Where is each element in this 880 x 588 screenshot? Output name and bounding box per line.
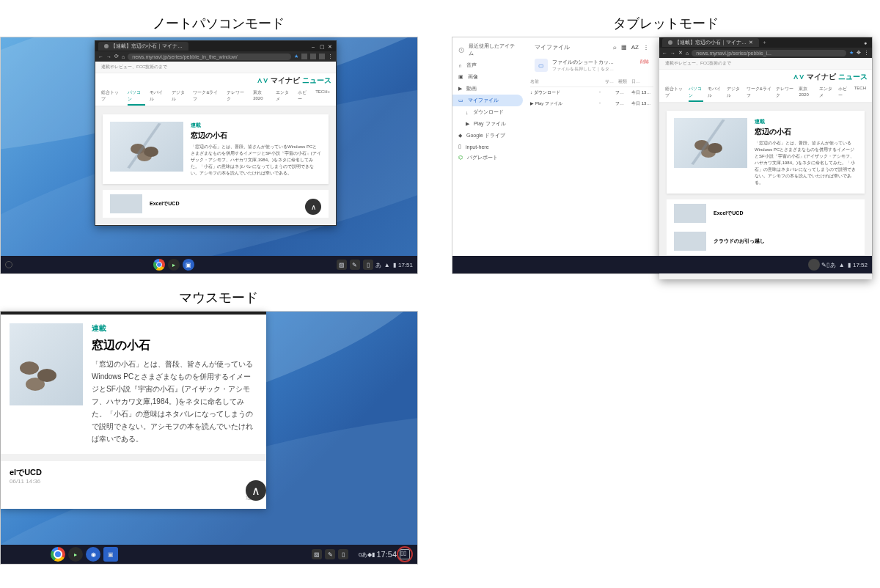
nav-item[interactable]: 東京2020 (799, 86, 815, 99)
star-icon[interactable]: ★ (849, 50, 854, 56)
browser-tab[interactable]: 【連載】窓辺の小石｜マイナ… (98, 42, 188, 51)
nav-item[interactable]: デジタル (172, 89, 189, 103)
extension-icon[interactable] (301, 54, 307, 59)
nav-item[interactable]: デジタル (727, 86, 741, 99)
nav-item[interactable]: TECH (854, 86, 866, 99)
browser-tab[interactable]: 【連載】窓辺の小石｜マイナ… ✕ (662, 38, 759, 47)
sidebar-item-bug[interactable]: ⌬バグレポート (452, 152, 523, 163)
scroll-top-button[interactable]: ∧ (305, 199, 321, 215)
nav-item[interactable]: TECH+ (315, 89, 330, 103)
nav-item[interactable]: ワーク&ライフ (193, 89, 222, 103)
site-logo[interactable]: ∧∨ マイナビ ニュース (95, 73, 336, 88)
pen-icon[interactable]: ✎ (350, 260, 360, 270)
sidebar-item-drive[interactable]: ◆Google ドライブ (452, 130, 523, 142)
pen-icon[interactable]: ✎ (325, 549, 335, 559)
site-logo[interactable]: ∧∨ マイナビ ニュース (659, 70, 872, 84)
files-icon[interactable]: ▣ (183, 259, 194, 271)
article-card[interactable]: 連載 窓辺の小石 「窓辺の小石」とは、普段、皆さんが使っているWindows P… (667, 111, 865, 194)
file-row[interactable]: ↓ ダウンロード - フ… 今日 13… (530, 87, 653, 98)
status-tray[interactable]: あ ▲ ▮ (829, 261, 851, 269)
files-header-title: マイファイル (535, 43, 609, 51)
grid-icon[interactable]: ▦ (621, 44, 627, 51)
nav-item[interactable]: モバイル (708, 86, 722, 99)
chrome-icon[interactable] (51, 547, 65, 562)
clock[interactable]: 17:52 (853, 262, 868, 268)
close-icon[interactable]: ● (864, 40, 869, 45)
extension-icon[interactable] (310, 54, 316, 59)
sidebar-item-images[interactable]: ▣画像 (452, 71, 523, 83)
menu-icon[interactable]: ⋮ (864, 50, 869, 56)
article-card[interactable]: 連載 窓辺の小石 「窓辺の小石」とは、普段、皆さんが使っているWindows P… (103, 114, 329, 184)
maximize-icon[interactable]: ▢ (320, 44, 325, 49)
forward-icon[interactable]: → (106, 54, 111, 59)
minimize-icon[interactable]: – (312, 44, 317, 49)
messages-icon[interactable]: ◉ (86, 547, 100, 562)
tablet-toggle-button[interactable]: ▯▯ (397, 546, 413, 562)
sidebar-item-videos[interactable]: ▶動画 (452, 83, 523, 95)
download-icon: ↓ (466, 110, 469, 115)
bug-icon: ⌬ (458, 155, 463, 161)
home-icon[interactable]: ⌂ (686, 51, 689, 56)
nav-item[interactable]: ホビー (298, 89, 311, 103)
sidebar-item-play[interactable]: ▶Play ファイル (452, 118, 523, 130)
puzzle-icon[interactable]: ✥ (857, 50, 861, 56)
nav-item[interactable]: テレワーク (776, 86, 795, 99)
nav-item[interactable]: 総合トップ (101, 89, 123, 103)
launcher-icon[interactable] (5, 261, 12, 268)
chrome-icon[interactable] (808, 259, 820, 271)
reload-icon[interactable]: ✕ (678, 50, 683, 56)
new-tab-icon[interactable]: ＋ (762, 39, 767, 46)
article-card-small[interactable]: ExcelでUCD (103, 190, 329, 218)
tab-strip[interactable]: 【連載】窓辺の小石｜マイナ… – ▢ ✕ (95, 41, 336, 51)
back-icon[interactable]: ← (98, 54, 103, 59)
sidebar-item-downloads[interactable]: ↓ダウンロード (452, 106, 523, 118)
star-icon[interactable]: ★ (294, 54, 298, 59)
nav-item[interactable]: エンタメ (276, 89, 293, 103)
forward-icon[interactable]: → (670, 51, 675, 56)
home-icon[interactable]: ⌂ (122, 54, 125, 59)
reload-icon[interactable]: ⟳ (114, 54, 119, 59)
nav-item[interactable]: エンタメ (819, 86, 834, 99)
phone-icon[interactable]: ▯ (338, 549, 348, 559)
clock[interactable]: 17:51 (398, 262, 413, 268)
nav-item[interactable]: パソコン (689, 86, 703, 102)
status-tray[interactable]: あ ▲ ▮ (375, 261, 397, 269)
more-icon[interactable]: ⋮ (643, 44, 649, 51)
nav-item[interactable]: パソコン (128, 89, 145, 106)
nav-item[interactable]: 東京2020 (253, 89, 271, 103)
sort-icon[interactable]: AZ (631, 44, 639, 51)
article-card-small[interactable]: ExcelでUCD (667, 199, 865, 227)
dismiss-button[interactable]: 削除 (640, 59, 649, 65)
sidebar-item-audio[interactable]: ∩音声 (452, 59, 523, 71)
search-icon[interactable]: ⌕ (613, 44, 617, 51)
sidebar-item-input[interactable]: ▯input-here (452, 142, 523, 152)
article-card-small[interactable]: クラウドのお引っ越し (667, 227, 865, 255)
url-field[interactable]: news.mynavi.jp/series/pebble_in_the_wind… (128, 54, 291, 60)
terminal-icon[interactable]: ▸ (68, 547, 83, 562)
back-icon[interactable]: ← (662, 51, 667, 56)
nav-item[interactable]: テレワーク (227, 89, 249, 103)
tab-close-icon[interactable]: ✕ (749, 40, 753, 45)
chrome-icon[interactable] (153, 259, 165, 271)
phone-icon[interactable]: ▯ (363, 260, 373, 270)
video-icon: ▶ (458, 86, 462, 92)
close-icon[interactable]: ✕ (328, 44, 333, 49)
nav-item[interactable]: モバイル (150, 89, 167, 103)
folder-icon: ▭ (458, 98, 463, 103)
screenshot-icon[interactable]: ▧ (312, 549, 322, 559)
files-icon[interactable]: ▣ (103, 547, 118, 562)
screenshot-icon[interactable]: ▧ (337, 260, 347, 270)
terminal-icon[interactable]: ▸ (168, 259, 180, 271)
scroll-top-button[interactable]: ∧ (246, 480, 266, 501)
extension-icon[interactable] (319, 54, 325, 59)
sidebar-item-myfiles[interactable]: ▭マイファイル (452, 95, 523, 106)
nav-item[interactable]: ワーク&ライフ (747, 86, 771, 99)
url-field[interactable]: news.mynavi.jp/series/pebble_i... (692, 50, 846, 56)
file-row[interactable]: ▶ Play ファイル - フ… 今日 13… (530, 98, 653, 109)
clock[interactable]: 17:54 (376, 550, 397, 559)
nav-item[interactable]: ホビー (838, 86, 849, 99)
pen-icon[interactable]: ✎ (821, 262, 826, 268)
menu-icon[interactable]: ⋮ (328, 54, 333, 59)
nav-item[interactable]: 総合トップ (665, 86, 684, 99)
sidebar-item-recent[interactable]: 最近使用したアイテム (452, 40, 523, 59)
